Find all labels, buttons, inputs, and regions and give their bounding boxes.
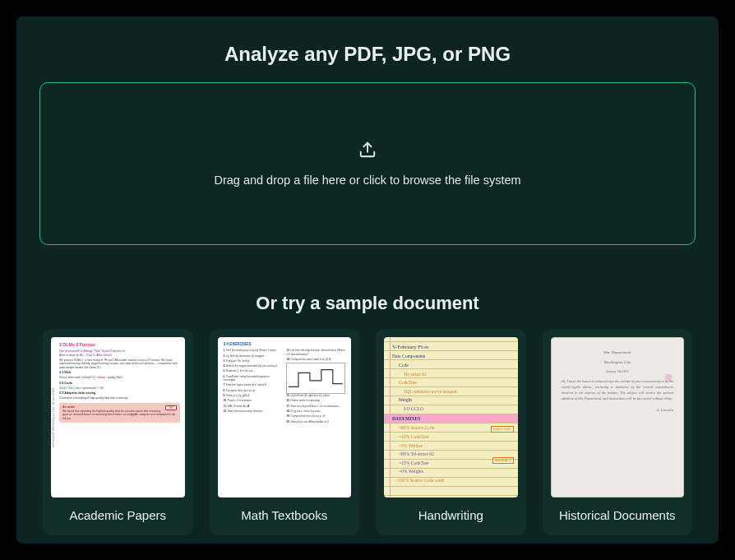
sample-thumbnail: 3.4 EXERCISES 1. Let f be continuous on … (218, 337, 352, 498)
sample-label: Historical Documents (559, 507, 676, 524)
sample-label: Math Textbooks (241, 507, 327, 524)
dropzone-text: Drag and drop a file here or click to br… (214, 174, 520, 187)
sample-label: Academic Papers (69, 507, 166, 524)
page-title: Analyze any PDF, JPG, or PNG (39, 43, 696, 66)
samples-heading: Or try a sample document (39, 293, 696, 314)
sample-label: Handwriting (418, 507, 483, 524)
sample-grid: 2 OLMo 2 Furious Dirk Groeneveld* Iz Bel… (39, 329, 696, 535)
sample-thumbnail: War Department Washington City January 5… (551, 337, 685, 498)
sample-historical-documents[interactable]: War Department Washington City January 5… (543, 329, 693, 535)
upload-panel: Analyze any PDF, JPG, or PNG Drag and dr… (16, 16, 719, 544)
upload-icon (358, 141, 377, 162)
file-dropzone[interactable]: Drag and drop a file here or click to br… (39, 82, 696, 245)
sample-math-textbooks[interactable]: 3.4 EXERCISES 1. Let f be continuous on … (210, 329, 360, 535)
sample-handwriting[interactable]: V-February Flow Data Components Code Tri… (376, 329, 526, 535)
sample-thumbnail: V-February Flow Data Components Code Tri… (384, 337, 518, 498)
sample-thumbnail: 2 OLMo 2 Furious Dirk Groeneveld* Iz Bel… (51, 337, 185, 498)
sample-academic-papers[interactable]: 2 OLMo 2 Furious Dirk Groeneveld* Iz Bel… (43, 329, 193, 535)
